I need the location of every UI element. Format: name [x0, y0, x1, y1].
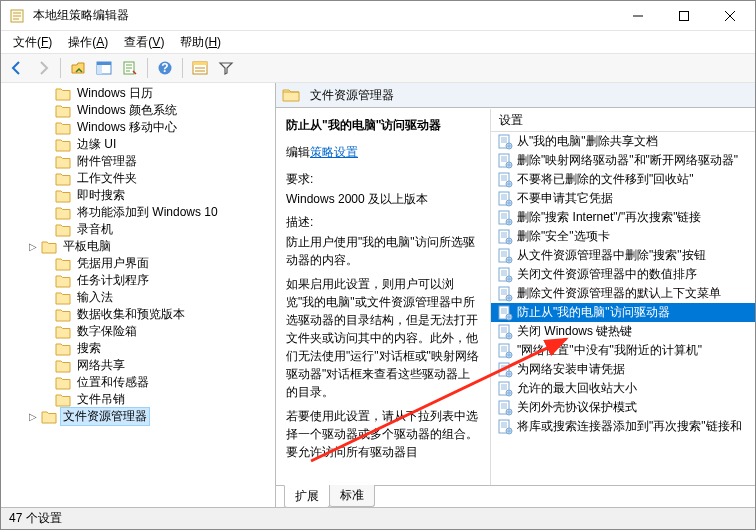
main-split: Windows 日历Windows 颜色系统Windows 移动中心边缘 UI附… [1, 83, 755, 507]
minimize-button[interactable] [615, 1, 661, 31]
tree-item[interactable]: 将功能添加到 Windows 10 [1, 204, 275, 221]
tree: Windows 日历Windows 颜色系统Windows 移动中心边缘 UI附… [1, 83, 275, 427]
tree-item[interactable]: Windows 移动中心 [1, 119, 275, 136]
status-text: 47 个设置 [9, 510, 62, 527]
all-settings-button[interactable] [188, 56, 212, 80]
tree-item[interactable]: 录音机 [1, 221, 275, 238]
tree-item-label: 数字保险箱 [75, 323, 139, 340]
settings-column-header[interactable]: 设置 [491, 109, 755, 132]
setting-item[interactable]: 关闭 Windows 键热键 [491, 322, 755, 341]
tree-item[interactable]: 网络共享 [1, 357, 275, 374]
tree-item[interactable]: 附件管理器 [1, 153, 275, 170]
description-text-2: 如果启用此设置，则用户可以浏览"我的电脑"或文件资源管理器中所选驱动器的目录结构… [286, 275, 480, 401]
toolbar: ? [1, 53, 755, 83]
right-body: 防止从"我的电脑"访问驱动器 编辑策略设置 要求: Windows 2000 及… [276, 108, 755, 485]
setting-icon [497, 324, 513, 340]
setting-item[interactable]: "网络位置"中没有"我附近的计算机" [491, 341, 755, 360]
statusbar: 47 个设置 [1, 507, 755, 529]
tree-item-label: Windows 日历 [75, 85, 155, 102]
folder-icon [55, 104, 71, 118]
tree-item[interactable]: 搜索 [1, 340, 275, 357]
tree-item[interactable]: 数字保险箱 [1, 323, 275, 340]
setting-label: 将库或搜索连接器添加到"再次搜索"链接和 [517, 418, 742, 435]
app-icon [9, 8, 25, 24]
setting-item[interactable]: 删除文件资源管理器的默认上下文菜单 [491, 284, 755, 303]
setting-title: 防止从"我的电脑"访问驱动器 [286, 117, 480, 134]
folder-icon [55, 155, 71, 169]
menu-action[interactable]: 操作(A) [60, 32, 116, 53]
right-header: 文件资源管理器 [276, 83, 755, 108]
setting-label: 不要申请其它凭据 [517, 190, 613, 207]
tree-item-label: 平板电脑 [61, 238, 113, 255]
setting-item[interactable]: 删除"映射网络驱动器"和"断开网络驱动器" [491, 151, 755, 170]
setting-item[interactable]: 防止从"我的电脑"访问驱动器 [491, 303, 755, 322]
setting-item[interactable]: 不要将已删除的文件移到"回收站" [491, 170, 755, 189]
menu-file[interactable]: 文件(F) [5, 32, 60, 53]
setting-icon [497, 267, 513, 283]
setting-label: 为网络安装申请凭据 [517, 361, 625, 378]
right-header-title: 文件资源管理器 [310, 87, 394, 104]
up-button[interactable] [66, 56, 90, 80]
setting-label: 关闭 Windows 键热键 [517, 323, 632, 340]
setting-item[interactable]: 关闭外壳协议保护模式 [491, 398, 755, 417]
forward-button[interactable] [31, 56, 55, 80]
setting-item[interactable]: 关闭文件资源管理器中的数值排序 [491, 265, 755, 284]
setting-label: 删除"映射网络驱动器"和"断开网络驱动器" [517, 152, 738, 169]
tree-item[interactable]: ▷文件资源管理器 [1, 408, 275, 425]
setting-item[interactable]: 删除"安全"选项卡 [491, 227, 755, 246]
tree-item[interactable]: 凭据用户界面 [1, 255, 275, 272]
folder-icon [55, 121, 71, 135]
setting-label: 不要将已删除的文件移到"回收站" [517, 171, 694, 188]
show-hide-tree-button[interactable] [92, 56, 116, 80]
setting-item[interactable]: 从"我的电脑"删除共享文档 [491, 132, 755, 151]
expand-icon[interactable]: ▷ [27, 411, 39, 422]
setting-icon [497, 153, 513, 169]
folder-icon [55, 138, 71, 152]
description-pane: 防止从"我的电脑"访问驱动器 编辑策略设置 要求: Windows 2000 及… [276, 109, 491, 485]
toolbar-separator [60, 58, 61, 78]
expand-icon[interactable]: ▷ [27, 241, 39, 252]
tree-item[interactable]: 任务计划程序 [1, 272, 275, 289]
setting-icon [497, 381, 513, 397]
close-button[interactable] [707, 1, 753, 31]
setting-label: 从"我的电脑"删除共享文档 [517, 133, 658, 150]
tab-standard[interactable]: 标准 [329, 485, 375, 507]
setting-label: 关闭外壳协议保护模式 [517, 399, 637, 416]
toolbar-separator [182, 58, 183, 78]
tree-item[interactable]: 文件吊销 [1, 391, 275, 408]
setting-item[interactable]: 允许的最大回收站大小 [491, 379, 755, 398]
filter-button[interactable] [214, 56, 238, 80]
folder-icon [55, 376, 71, 390]
back-button[interactable] [5, 56, 29, 80]
tree-item[interactable]: 边缘 UI [1, 136, 275, 153]
settings-list[interactable]: 从"我的电脑"删除共享文档删除"映射网络驱动器"和"断开网络驱动器"不要将已删除… [491, 132, 755, 485]
export-list-button[interactable] [118, 56, 142, 80]
setting-item[interactable]: 不要申请其它凭据 [491, 189, 755, 208]
tree-item-label: 位置和传感器 [75, 374, 151, 391]
help-button[interactable]: ? [153, 56, 177, 80]
tree-item[interactable]: ▷平板电脑 [1, 238, 275, 255]
tab-extended[interactable]: 扩展 [284, 485, 330, 508]
tree-item-label: 凭据用户界面 [75, 255, 151, 272]
tree-item[interactable]: 即时搜索 [1, 187, 275, 204]
menu-view[interactable]: 查看(V) [116, 32, 172, 53]
setting-item[interactable]: 删除"搜索 Internet"/"再次搜索"链接 [491, 208, 755, 227]
settings-list-pane: 设置 从"我的电脑"删除共享文档删除"映射网络驱动器"和"断开网络驱动器"不要将… [491, 109, 755, 485]
setting-icon [497, 305, 513, 321]
tree-pane[interactable]: Windows 日历Windows 颜色系统Windows 移动中心边缘 UI附… [1, 83, 276, 507]
menu-help[interactable]: 帮助(H) [172, 32, 229, 53]
tree-item[interactable]: 数据收集和预览版本 [1, 306, 275, 323]
tree-item[interactable]: Windows 日历 [1, 85, 275, 102]
tree-item[interactable]: Windows 颜色系统 [1, 102, 275, 119]
setting-label: 允许的最大回收站大小 [517, 380, 637, 397]
folder-icon [41, 410, 57, 424]
setting-item[interactable]: 从文件资源管理器中删除"搜索"按钮 [491, 246, 755, 265]
setting-item[interactable]: 为网络安装申请凭据 [491, 360, 755, 379]
setting-item[interactable]: 将库或搜索连接器添加到"再次搜索"链接和 [491, 417, 755, 436]
tree-item[interactable]: 位置和传感器 [1, 374, 275, 391]
maximize-button[interactable] [661, 1, 707, 31]
tree-item[interactable]: 工作文件夹 [1, 170, 275, 187]
requirements-text: Windows 2000 及以上版本 [286, 190, 480, 208]
tree-item[interactable]: 输入法 [1, 289, 275, 306]
edit-policy-link[interactable]: 策略设置 [310, 145, 358, 159]
